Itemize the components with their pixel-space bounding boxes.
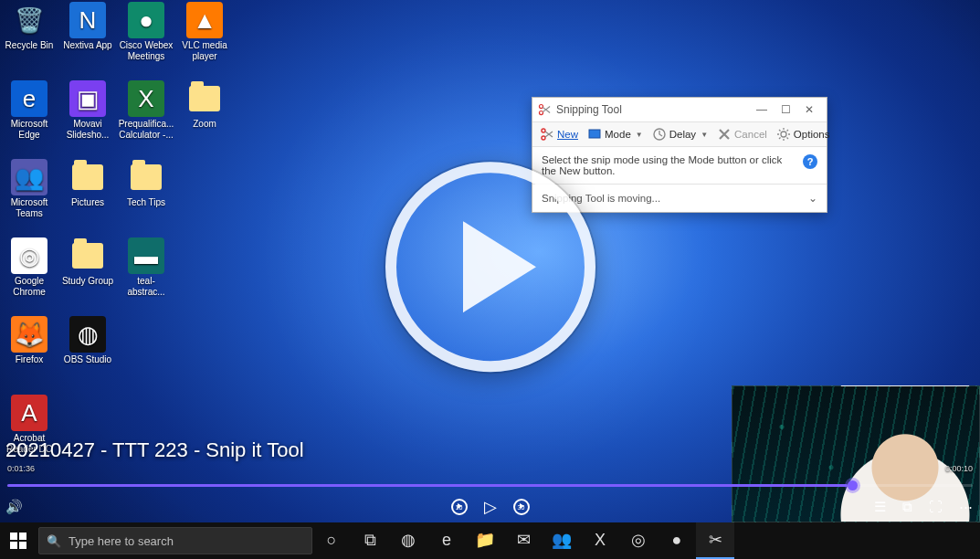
desktop-icon-label: Nextiva App: [63, 40, 111, 51]
taskbar-chrome[interactable]: ◎: [619, 522, 658, 559]
clock-icon: [652, 127, 667, 142]
desktop-icon[interactable]: ▣Movavi Slidesho...: [60, 80, 115, 155]
desktop-icon[interactable]: Pictures: [60, 159, 115, 234]
desktop-icon[interactable]: ▬teal-abstrac...: [119, 237, 174, 312]
desktop-icons: 🗑️Recycle BinNNextiva App●Cisco Webex Me…: [2, 2, 232, 469]
tech-tips-icon: [128, 159, 164, 195]
desktop-icon[interactable]: Zoom: [177, 80, 232, 155]
video-title: 20210427 - TTT 223 - Snip it Tool: [5, 438, 304, 462]
help-icon[interactable]: ?: [803, 154, 817, 169]
play-pause-button[interactable]: ▷: [484, 497, 497, 517]
desktop-icon[interactable]: Tech Tips: [119, 159, 174, 234]
delay-button[interactable]: Delay ▼: [648, 125, 711, 143]
desktop-icon[interactable]: eMicrosoft Edge: [2, 80, 57, 155]
skip-back-button[interactable]: 10: [451, 499, 468, 515]
pip-button[interactable]: ⧉: [902, 499, 912, 515]
desktop-icon-label: Cisco Webex Meetings: [119, 40, 174, 61]
maximize-button[interactable]: ☐: [774, 100, 797, 120]
chevron-down-icon: ⌄: [808, 192, 817, 205]
taskbar-app[interactable]: ●: [658, 522, 696, 559]
taskbar-snipping-tool[interactable]: ✂: [696, 522, 734, 559]
desktop-icon[interactable]: Study Group: [60, 237, 115, 312]
desktop-icon[interactable]: NNextiva App: [60, 2, 115, 77]
cisco-webex-meetings-icon: ●: [128, 2, 164, 38]
fullscreen-button[interactable]: ⛶: [929, 499, 943, 515]
taskbar-teams[interactable]: 👥: [543, 522, 581, 559]
new-button[interactable]: New: [536, 125, 582, 143]
google-chrome-icon: ◎: [11, 237, 47, 274]
desktop-icon-label: teal-abstrac...: [119, 276, 174, 297]
desktop-icon-label: Firefox: [16, 354, 44, 365]
desktop-icon-label: Movavi Slidesho...: [60, 119, 115, 140]
desktop-icon[interactable]: ▲VLC media player: [177, 2, 232, 77]
chevron-down-icon: ▼: [701, 131, 708, 139]
scissors-icon: [540, 127, 554, 142]
microsoft-edge-icon: e: [11, 80, 47, 117]
desktop-icon-label: Microsoft Edge: [2, 119, 57, 140]
study-group-icon: [69, 237, 106, 274]
desktop-icon-label: Google Chrome: [2, 276, 57, 297]
microsoft-teams-icon: 👥: [11, 159, 47, 195]
svg-line-14: [786, 130, 788, 132]
taskbar-cortana[interactable]: ○: [312, 522, 351, 559]
desktop-icon-label: Study Group: [62, 276, 113, 287]
taskbar-excel[interactable]: X: [581, 522, 619, 559]
svg-line-12: [786, 138, 788, 140]
desktop-icon[interactable]: XPrequalifica... Calculator -...: [119, 80, 174, 155]
obs-studio-icon: ◍: [69, 316, 106, 353]
search-input[interactable]: 🔍 Type here to search: [38, 527, 312, 554]
captions-button[interactable]: ☰: [874, 499, 886, 515]
desktop-icon[interactable]: ◎Google Chrome: [2, 237, 57, 312]
snipping-tool-toolbar: New Mode ▼ Delay ▼ Cancel Options: [532, 121, 827, 147]
taskbar-obs[interactable]: ◍: [389, 522, 427, 559]
taskbar-task-view[interactable]: ⧉: [351, 522, 389, 559]
start-button[interactable]: [0, 522, 37, 559]
more-button[interactable]: ⋯: [959, 499, 973, 515]
taskbar-outlook[interactable]: ✉: [504, 522, 543, 559]
taskbar: 🔍 Type here to search ○⧉◍e📁✉👥X◎●✂: [0, 522, 980, 559]
skip-forward-button[interactable]: 30: [513, 499, 530, 515]
window-title: Snipping Tool: [556, 103, 750, 116]
teal-abstrac--icon: ▬: [128, 237, 164, 274]
chevron-down-icon: ▼: [636, 131, 643, 139]
options-label: Options: [794, 129, 830, 140]
cancel-button: Cancel: [713, 125, 771, 143]
desktop-icon[interactable]: 👥Microsoft Teams: [2, 159, 57, 234]
desktop-icon-label: Pictures: [71, 197, 104, 208]
search-placeholder: Type here to search: [68, 534, 174, 548]
play-button[interactable]: [385, 162, 595, 372]
svg-rect-16: [19, 533, 26, 540]
desktop-icon[interactable]: 🗑️Recycle Bin: [2, 2, 57, 77]
rectangle-icon: [587, 127, 602, 142]
desktop-icon[interactable]: ●Cisco Webex Meetings: [119, 2, 174, 77]
svg-rect-4: [589, 130, 600, 138]
mode-button[interactable]: Mode ▼: [584, 125, 647, 143]
hint-text: Select the snip mode using the Mode butt…: [542, 154, 817, 176]
taskbar-file-explorer[interactable]: 📁: [466, 522, 504, 559]
desktop-icon[interactable]: 🦊Firefox: [2, 316, 57, 391]
windows-icon: [10, 533, 26, 549]
svg-point-3: [542, 129, 545, 132]
options-button[interactable]: Options: [773, 125, 834, 143]
desktop-icon-label: Zoom: [193, 119, 216, 130]
desktop-icon-label: VLC media player: [177, 40, 232, 61]
taskbar-edge[interactable]: e: [427, 522, 466, 559]
svg-point-0: [539, 111, 543, 114]
desktop-icon-label: Tech Tips: [127, 197, 165, 208]
cancel-icon: [717, 127, 732, 142]
minimize-button[interactable]: —: [750, 100, 774, 120]
snipping-tool-titlebar[interactable]: Snipping Tool — ☐ ✕: [532, 98, 827, 121]
volume-button[interactable]: 🔊: [5, 499, 23, 515]
desktop-icon[interactable]: ◍OBS Studio: [60, 316, 115, 391]
close-button[interactable]: ✕: [797, 100, 821, 120]
desktop-icon-label: Prequalifica... Calculator -...: [119, 119, 174, 140]
prequalifica-calculator--icon: X: [128, 80, 164, 117]
svg-point-1: [539, 104, 543, 108]
svg-line-11: [779, 130, 781, 132]
new-label: New: [557, 129, 578, 140]
acrobat-reader-dc-icon: A: [11, 395, 47, 431]
vlc-media-player-icon: ▲: [186, 2, 223, 38]
search-icon: 🔍: [47, 534, 61, 548]
svg-rect-18: [19, 542, 26, 549]
gear-icon: [776, 127, 791, 142]
